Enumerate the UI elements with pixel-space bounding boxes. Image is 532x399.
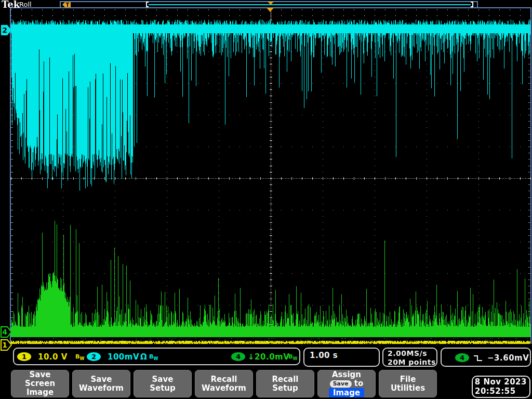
menu-button-save-screen-image[interactable]: SaveScreen Image — [11, 370, 69, 397]
channel-readouts-box: 1 10.0 V BW 2 100mV Ω BW 4 ↓20.0mV BW — [13, 348, 300, 365]
svg-text:2: 2 — [2, 26, 7, 34]
channel4-offset-arrow: ↓ — [248, 352, 255, 362]
channel4-scale: ↓20.0mV — [248, 352, 289, 362]
trigger-t-flag-icon: T — [62, 2, 71, 7]
datetime-box: 8 Nov 2023 20:52:55 — [472, 376, 530, 398]
channel4-marker[interactable]: 4 — [1, 326, 12, 338]
menu-button-save-waveform[interactable]: SaveWaveform — [72, 370, 130, 397]
sample-rate: 2.00MS/s — [388, 349, 427, 357]
menu-button-recall-waveform[interactable]: RecallWaveform — [195, 370, 253, 397]
oscilloscope-screen: Tek Roll T 2 4 1 1 10.0 V BW 2 100mV Ω B… — [0, 0, 532, 399]
channel1-marker[interactable]: 1 — [1, 339, 12, 351]
trigger-box[interactable]: 4 −3.60mV — [441, 348, 531, 367]
channel4-bandwidth-icon: BW — [288, 353, 297, 361]
channel2-scale: 100mV — [108, 352, 139, 362]
save-pill-badge: Save — [330, 380, 352, 388]
trigger-level: −3.60mV — [487, 353, 529, 363]
record-window-line — [149, 4, 471, 5]
acquisition-mode-label: Roll — [19, 1, 32, 8]
trigger-t-letter: T — [66, 2, 70, 7]
menu-button-recall-setup[interactable]: RecallSetup — [256, 370, 314, 397]
channel1-scale: 10.0 V — [38, 352, 68, 362]
tek-logo: Tek — [2, 0, 20, 10]
channel2-marker[interactable]: 2 — [1, 24, 12, 36]
menu-button-save-setup[interactable]: SaveSetup — [134, 370, 192, 397]
timebase-value: 1.00 s — [310, 351, 338, 360]
channel2-impedance: Ω — [140, 352, 147, 362]
assign-target-highlight: Image — [329, 388, 364, 397]
svg-text:4: 4 — [2, 328, 7, 336]
svg-text:1: 1 — [2, 341, 7, 349]
channel4-badge[interactable]: 4 — [231, 352, 245, 361]
channel1-badge[interactable]: 1 — [17, 352, 31, 361]
waveform-display — [0, 0, 532, 399]
acquisition-box[interactable]: 2.00MS/s 20M points — [382, 348, 437, 367]
record-view-bar[interactable]: T — [60, 1, 478, 8]
date-label: 8 Nov 2023 — [473, 377, 529, 387]
time-label: 20:52:55 — [473, 387, 529, 396]
trigger-source-badge: 4 — [455, 353, 469, 362]
channel2-bandwidth-icon: BW — [149, 353, 158, 361]
channel2-badge[interactable]: 2 — [87, 352, 101, 361]
expansion-point-icon — [268, 2, 274, 5]
trigger-position-icon — [267, 8, 274, 12]
timebase-box[interactable]: 1.00 s — [303, 348, 380, 367]
menu-button-file-utilities[interactable]: FileUtilities — [379, 370, 437, 397]
menu-button-assign-save-to-image[interactable]: AssignSave toImage — [317, 370, 376, 397]
record-length: 20M points — [388, 358, 436, 366]
falling-edge-icon — [473, 354, 483, 362]
record-window-right-bracket[interactable] — [471, 2, 473, 7]
channel1-bandwidth-icon: BW — [75, 353, 84, 361]
